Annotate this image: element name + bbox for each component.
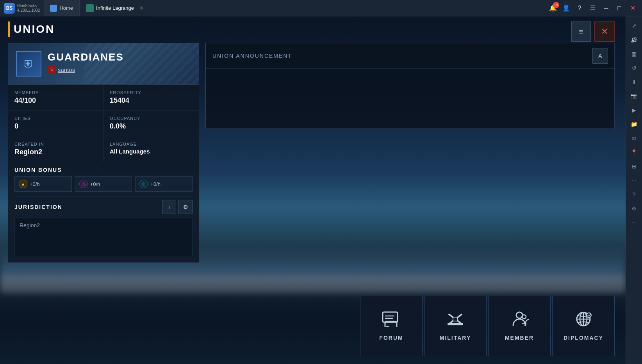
announcement-panel: UNION ANNOUNCEMENT A: [205, 43, 615, 129]
created-value: Region2: [14, 148, 97, 156]
military-icon: [446, 311, 465, 329]
notes-button[interactable]: ≡: [571, 21, 591, 42]
members-value: 44/100: [14, 96, 97, 105]
jurisdiction-header: JURISDICTION i ⚙: [8, 197, 199, 217]
bonus-value-0: +0/h: [30, 181, 40, 187]
page-title: UNION: [14, 23, 55, 36]
bonus-value-2: +0/h: [150, 181, 160, 187]
bonus-row: ▲ +0/h ◎ +0/h ⊙ +0/h: [8, 176, 199, 196]
union-name-area: GUARDIANES ⚔ santos: [48, 51, 191, 73]
jurisdiction-info-button[interactable]: i: [162, 200, 176, 214]
svg-rect-7: [453, 317, 458, 321]
stat-prosperity: PROSPERITY 15404: [103, 85, 199, 111]
diplomacy-label: DIPLOMACY: [564, 335, 603, 341]
prosperity-label: PROSPERITY: [110, 90, 193, 95]
account-btn[interactable]: 👤: [561, 3, 572, 14]
volume-icon[interactable]: 🔊: [628, 34, 640, 46]
tab-home-label: Home: [59, 5, 73, 11]
translate-icon: A: [598, 53, 602, 59]
grid-icon[interactable]: ▦: [628, 48, 640, 60]
members-label: MEMBERS: [14, 90, 97, 95]
forum-icon: [382, 311, 401, 329]
union-name: GUARDIANES: [48, 51, 191, 63]
bonus-icon-2: ⊙: [139, 180, 148, 188]
jurisdiction-value: Region2: [20, 222, 40, 228]
bonus-value-1: +0/h: [90, 181, 100, 187]
bluestacks-logo: BS BlueStacks 4.280.1.1002: [0, 3, 44, 14]
pin-icon[interactable]: 📍: [628, 146, 640, 159]
notification-badge: 13: [553, 2, 559, 8]
diplomacy-icon: [574, 311, 593, 329]
tab-home[interactable]: Home: [44, 0, 80, 16]
union-title-bar: UNION: [8, 21, 55, 37]
announcement-body: [206, 69, 614, 78]
created-label: CREATED IN: [14, 142, 97, 146]
language-value: All Languages: [110, 148, 193, 155]
announcement-title: UNION ANNOUNCEMENT: [212, 53, 292, 59]
member-label: MEMBER: [505, 335, 534, 341]
union-accent-bar: [8, 21, 10, 37]
game-tab-icon: [86, 4, 94, 12]
emblem-icon: ⛨: [23, 57, 34, 70]
occupancy-value: 0.0%: [110, 122, 193, 130]
stat-occupancy: OCCUPANCY 0.0%: [103, 111, 199, 136]
close-window-btn[interactable]: ✕: [627, 3, 638, 14]
home-tab-icon: [50, 5, 57, 12]
resize-icon[interactable]: ⊞: [628, 160, 640, 173]
announcement-header: UNION ANNOUNCEMENT A: [206, 43, 614, 69]
union-leader: ⚔ santos: [48, 66, 191, 73]
occupancy-label: OCCUPANCY: [110, 116, 193, 121]
restore-btn[interactable]: □: [614, 3, 625, 14]
diplomacy-button[interactable]: DIPLOMACY: [552, 296, 615, 356]
cities-value: 0: [14, 122, 97, 130]
tab-close-btn[interactable]: ✕: [139, 5, 144, 11]
svg-marker-4: [383, 326, 390, 327]
back-icon[interactable]: ←: [628, 216, 640, 229]
info-icon: i: [168, 204, 169, 210]
svg-rect-0: [383, 312, 398, 322]
svg-rect-8: [448, 323, 463, 325]
forum-label: FORUM: [379, 335, 403, 341]
copy-icon[interactable]: ⧉: [628, 132, 640, 145]
folder-icon[interactable]: 📁: [628, 118, 640, 130]
download-icon[interactable]: ⬇: [628, 76, 640, 88]
member-icon: [510, 311, 529, 329]
leader-name[interactable]: santos: [58, 66, 75, 73]
bonus-icon-1: ◎: [79, 180, 88, 188]
help-btn[interactable]: ?: [574, 3, 585, 14]
bs-icon: BS: [4, 3, 15, 14]
jurisdiction-settings-button[interactable]: ⚙: [178, 200, 193, 214]
jurisdiction-buttons: i ⚙: [162, 200, 193, 214]
translate-button[interactable]: A: [592, 48, 608, 64]
sidebar-settings-icon[interactable]: ⚙: [628, 202, 640, 215]
bonus-item-0: ▲ +0/h: [14, 176, 72, 192]
expand-icon[interactable]: ⤢: [628, 20, 640, 32]
union-header: ⛨ GUARDIANES ⚔ santos: [8, 43, 199, 84]
language-label: LANGUAGE: [110, 142, 193, 146]
military-button[interactable]: MILITARY: [424, 296, 487, 356]
leader-faction-icon: ⚔: [48, 66, 55, 73]
member-button[interactable]: MEMBER: [488, 296, 551, 356]
stat-members: MEMBERS 44/100: [8, 85, 103, 111]
camera-icon[interactable]: 📷: [628, 90, 640, 102]
forum-button[interactable]: FORUM: [360, 296, 423, 356]
minimize-btn[interactable]: ─: [601, 3, 612, 14]
right-sidebar: ⤢ 🔊 ▦ ↺ ⬇ 📷 ▶ 📁 ⧉ 📍 ⊞ ··· ? ⚙ ←: [626, 16, 642, 364]
more-icon[interactable]: ···: [628, 174, 640, 187]
menu-btn[interactable]: ☰: [587, 3, 598, 14]
military-label: MILITARY: [440, 335, 471, 341]
jurisdiction-area: Region2: [14, 217, 193, 256]
bonus-item-2: ⊙ +0/h: [135, 176, 193, 192]
svg-point-17: [587, 313, 591, 318]
prosperity-value: 15404: [110, 96, 193, 105]
tab-infinite-lagrange[interactable]: Infinite Lagrange ✕: [80, 0, 150, 16]
sidebar-help-icon[interactable]: ?: [628, 188, 640, 201]
rotate-icon[interactable]: ↺: [628, 62, 640, 74]
topbar-icons: 🔔 13 👤 ? ☰ ─ □ ✕: [547, 3, 642, 14]
bonus-item-1: ◎ +0/h: [75, 176, 132, 192]
topbar: BS BlueStacks 4.280.1.1002 Home Infinite…: [0, 0, 642, 16]
close-panel-button[interactable]: ✕: [594, 21, 615, 42]
notifications-btn[interactable]: 🔔 13: [547, 3, 558, 14]
stat-cities: CITIES 0: [8, 111, 103, 136]
video-icon[interactable]: ▶: [628, 104, 640, 116]
